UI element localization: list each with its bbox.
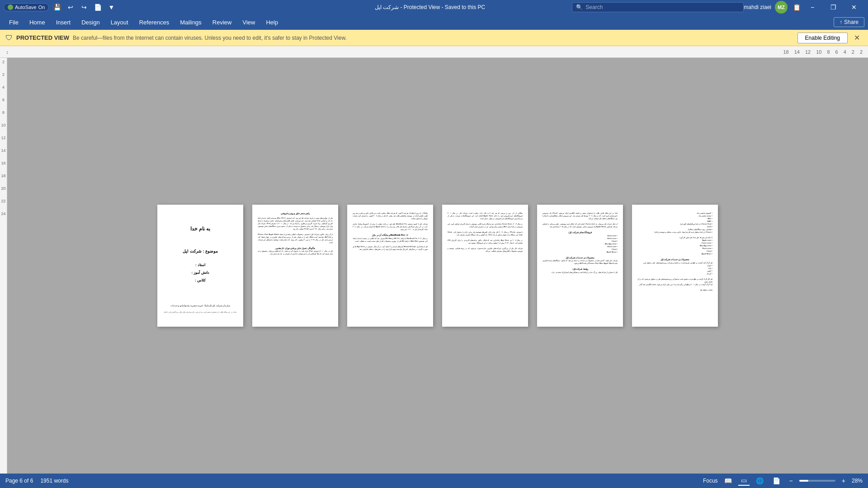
ruler-num-10: 10 [814,49,823,55]
share-label: Share [844,19,859,25]
save-button[interactable]: 💾 [52,2,62,13]
document-page-3: واقعاً از دل روز ارتفاع که هر چند تا کنو… [347,205,433,327]
zoom-in-button[interactable]: + [839,476,848,485]
ruler-num-14: 14 [793,49,802,55]
ruler-num-18: 18 [781,49,790,55]
ruler-num-8: 8 [825,49,831,55]
search-input[interactable] [585,4,740,10]
document-title: شرکت اپل - Protected View - Saved to thi… [288,4,572,10]
menu-file[interactable]: File [4,17,24,28]
zoom-slider[interactable] [799,480,835,482]
menu-review[interactable]: Review [207,17,237,28]
print-layout-button[interactable]: ▭ [738,476,750,486]
share-icon: ↑ [840,19,842,25]
restore-button[interactable]: ❐ [823,0,844,14]
document-page-1: به نام خدا موضوع : شرکت اپل استاد : دانش… [157,205,243,327]
enable-editing-button[interactable]: Enable Editing [797,33,848,43]
ruler-num-12: 12 [803,49,812,55]
focus-button[interactable]: Focus [703,478,718,484]
horizontal-ruler: 18 14 12 10 8 6 4 2 2 [11,49,864,55]
main-content: 2 2 4 6 8 10 12 14 16 18 20 22 24 به نام… [0,58,868,474]
shield-icon: 🛡 [5,34,13,42]
ruler-corner-icon: ↕ [6,49,9,55]
page-teacher-field: استاد : [195,263,205,267]
minimize-button[interactable]: − [802,0,823,14]
search-box[interactable]: 🔍 [572,2,744,12]
ruler-num-6: 6 [834,49,840,55]
vruler-24: 24 [1,211,5,216]
menu-view[interactable]: View [237,17,260,28]
vruler-14: 14 [1,148,5,153]
menu-mailings[interactable]: Mailings [175,17,207,28]
autosave-knob [8,5,13,10]
page-6-text: • کامپیوتر شخصی مک• صفحه نمایش مک• iMac•… [637,212,712,291]
page-5-text: ابتدا در این مقاله تلاش طلب از جشنواره م… [542,212,618,274]
protected-view-bar: 🛡 PROTECTED VIEW Be careful—files from t… [0,30,868,46]
vruler-6: 6 [2,98,5,102]
search-icon: 🔍 [576,4,583,10]
pages-container: به نام خدا موضوع : شرکت اپل استاد : دانش… [157,205,718,327]
page-1-content: به نام خدا موضوع : شرکت اپل استاد : دانش… [163,212,238,314]
vruler-20: 20 [1,186,5,191]
word-count: 1951 words [40,478,68,484]
customize-button[interactable]: ▼ [106,2,117,13]
menu-bar: File Home Insert Design Layout Reference… [0,14,868,30]
document-page-6: • کامپیوتر شخصی مک• صفحه نمایش مک• iMac•… [632,205,718,327]
ruler-num-4: 4 [842,49,848,55]
protected-message: Be careful—files from the Internet can c… [73,35,794,41]
page-bismillah: به نام خدا [190,225,210,232]
page-subject: موضوع : شرکت اپل [183,249,218,254]
status-bar: Page 6 of 6 1951 words Focus 📖 ▭ 🌐 📄 − +… [0,474,868,488]
read-mode-button[interactable]: 📖 [722,476,735,485]
menu-home[interactable]: Home [24,17,51,28]
autosave-state: On [38,5,45,10]
ruler-area: ↕ 18 14 12 10 8 6 4 2 2 [0,46,868,58]
web-layout-button[interactable]: 🌐 [753,476,766,485]
user-avatar[interactable]: MZ [775,1,788,14]
autosave-toggle[interactable]: AutoSave On [4,3,49,11]
menu-layout[interactable]: Layout [105,17,134,28]
page-1-footer: سازمان شرکت اپل (اینتلیا) : فرزنده نشریه… [164,304,236,314]
document-page-4: مقالاتی از دل روز و بررسی که هر چند تا ب… [442,205,528,327]
zoom-level: 28% [852,478,863,484]
new-doc-button[interactable]: 📄 [92,2,103,13]
undo-button[interactable]: ↩ [65,2,76,13]
page-student-field: دانش آموز : [191,270,209,275]
document-view[interactable]: به نام خدا موضوع : شرکت اپل استاد : دانش… [7,58,868,474]
vruler-22: 22 [1,199,5,203]
document-page-2: راهن سفر جاوز و روترن فروشن یکی از نوآور… [252,205,338,327]
vruler-10: 10 [1,123,5,127]
redo-button[interactable]: ↪ [79,2,90,13]
menu-design[interactable]: Design [76,17,105,28]
ruler-num-2b: 2 [858,49,864,55]
menu-insert[interactable]: Insert [51,17,76,28]
close-button[interactable]: ✕ [844,0,864,14]
window-controls: − ❐ ✕ [802,0,864,14]
vruler-2: 2 [2,60,5,64]
status-right: Focus 📖 ▭ 🌐 📄 − + 28% [703,476,863,486]
user-section: mahdi ziaei MZ 📋 [744,1,802,14]
immersive-reader-button[interactable]: 📄 [770,476,783,485]
autosave-label: AutoSave [15,5,37,10]
vruler-16: 16 [1,161,5,165]
page-class-field: کلاس : [195,278,206,283]
ribbon-display-button[interactable]: 📋 [791,2,802,13]
username-label: mahdi ziaei [744,4,771,10]
ruler-num-2: 2 [850,49,856,55]
title-bar-left: AutoSave On 💾 ↩ ↪ 📄 ▼ [4,2,288,13]
vruler-4: 4 [2,85,5,89]
menu-help[interactable]: Help [260,17,283,28]
page-2-text: راهن سفر جاوز و روترن فروشن یکی از نوآور… [258,212,333,255]
close-protected-bar-button[interactable]: ✕ [851,33,863,43]
share-button[interactable]: ↑ Share [834,17,864,27]
vertical-ruler: 2 2 4 6 8 10 12 14 16 18 20 22 24 [0,58,7,474]
page-4-text: مقالاتی از دل روز و بررسی که هر چند تا ب… [448,212,523,253]
zoom-slider-fill [799,480,808,482]
document-page-5: ابتدا در این مقاله تلاش طلب از جشنواره م… [537,205,623,327]
vruler-12: 12 [1,136,5,140]
menu-references[interactable]: References [134,17,175,28]
zoom-out-button[interactable]: − [787,476,796,485]
title-bar: AutoSave On 💾 ↩ ↪ 📄 ▼ شرکت اپل - Protect… [0,0,868,14]
vruler-2b: 2 [2,72,5,77]
page-3-text: واقعاً از دل روز ارتفاع که هر چند تا کنو… [353,212,428,251]
